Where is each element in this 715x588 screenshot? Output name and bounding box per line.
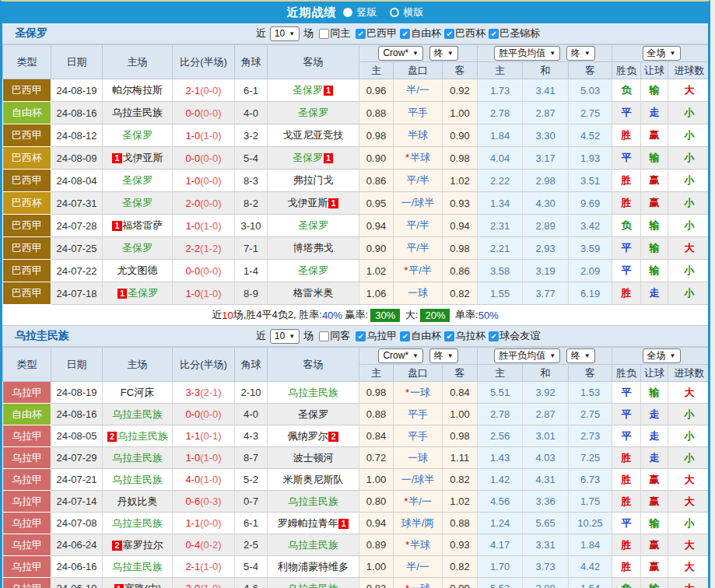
league-checkbox[interactable]: ✔	[489, 331, 499, 341]
recent-count-select[interactable]: 10▼	[270, 26, 300, 41]
away-team-cell: 佩纳罗尔2	[268, 425, 359, 447]
date-cell: 24-08-09	[51, 147, 103, 170]
league-checkbox[interactable]: ✔	[444, 29, 454, 39]
same-venue-checkbox[interactable]: ✔	[319, 331, 329, 341]
final-select-2[interactable]: 终▼	[566, 348, 595, 363]
red-card-badge: 1	[112, 153, 121, 163]
league-cell: 巴西甲	[3, 237, 51, 260]
team-title[interactable]: 圣保罗	[15, 26, 47, 40]
corner-cell: 2-10	[235, 382, 268, 404]
league-checkbox[interactable]: ✔	[489, 29, 499, 39]
home-team-cell: 1塞路(中)	[103, 578, 173, 588]
league-checkbox[interactable]: ✔	[444, 331, 454, 341]
score-cell: 1-0(0-0)	[173, 170, 235, 192]
fulltime-score: 0-0	[185, 265, 200, 277]
home-odds-cell: 0.83	[359, 578, 394, 588]
halftime-score: (1-0)	[200, 220, 221, 232]
result-wdl-cell: 胜	[612, 447, 641, 469]
final-select[interactable]: 终▼	[429, 46, 458, 61]
away-team-cell: 乌拉圭民族	[268, 578, 359, 588]
fulltime-score: 4-0	[185, 474, 200, 485]
league-checkbox-label: 球会友谊	[499, 329, 540, 343]
mean-home-cell: 1.84	[478, 124, 523, 147]
scope-select[interactable]: 全场▼	[643, 348, 681, 363]
league-checkbox[interactable]: ✔	[400, 29, 410, 39]
vertical-layout-radio[interactable]	[343, 8, 352, 17]
team-title[interactable]: 乌拉圭民族	[15, 329, 69, 343]
corner-cell: 3-10	[235, 215, 268, 237]
home-odds-cell: 1.06	[359, 282, 394, 305]
mean-home-cell: 1.43	[478, 447, 523, 469]
score-cell: 3-3(2-1)	[173, 382, 235, 404]
home-odds-cell: 0.95	[359, 192, 394, 215]
mean-select[interactable]: 胜平负均值▼	[494, 348, 560, 363]
home-odds-cell: 0.80	[359, 491, 394, 513]
handicap-cell: *半球	[394, 147, 443, 170]
handicap-line: 半/一	[406, 84, 429, 96]
result-goals-cell: 大	[668, 556, 710, 578]
home-team-cell: 尤文图德	[103, 260, 173, 282]
same-venue-checkbox[interactable]: ✔	[319, 29, 329, 39]
handicap-line: 半/一	[406, 561, 429, 572]
games-label: 场	[303, 26, 314, 40]
mean-draw-cell: 2.87	[523, 404, 569, 425]
handicap-line: 平手	[408, 107, 428, 118]
league-checkbox[interactable]: ✔	[356, 29, 366, 39]
match-row: 乌拉甲24-07-08乌拉圭民族1-1(0-0)6-1罗姆帕拉青年10.94球半…	[3, 513, 711, 534]
match-row: 乌拉甲24-07-29乌拉圭民族1-0(1-0)8-7波士顿河0.72一球1.1…	[3, 447, 711, 469]
fulltime-score: 0-0	[185, 107, 200, 119]
score-cell: 2-1(0-0)	[173, 79, 235, 102]
home-team-cell: 圣保罗	[103, 170, 173, 192]
team-name: 圣保罗	[298, 264, 328, 276]
score-cell: 0-0(0-0)	[173, 102, 235, 124]
col-type: 类型	[3, 45, 51, 79]
handicap-cell: 平/半	[394, 170, 443, 192]
league-checkbox[interactable]: ✔	[356, 331, 366, 341]
red-card-badge: 2	[328, 432, 338, 442]
team-name: 戈伊亚斯	[123, 152, 163, 163]
mean-away-cell: 5.03	[569, 79, 612, 102]
league-checkbox-label: 自由杯	[411, 26, 441, 40]
league-cell: 乌拉甲	[3, 513, 51, 534]
result-goals-cell: 大	[668, 382, 710, 404]
league-checkbox[interactable]: ✔	[400, 331, 410, 341]
mean-away-cell: 9.69	[569, 192, 612, 215]
match-row: 巴西杯24-08-091戈伊亚斯0-0(0-0)5-4圣保罗10.90*半球0.…	[3, 147, 711, 170]
company-select[interactable]: Crow*▼	[378, 348, 423, 363]
summary-text: 50%	[478, 310, 499, 321]
mean-away-cell: 1.75	[569, 491, 612, 513]
team-name: 圣保罗	[293, 152, 323, 163]
team-name: 乌拉圭民族	[112, 517, 163, 529]
horizontal-layout-radio[interactable]	[390, 8, 399, 17]
result-goals-cell: 小	[668, 282, 710, 305]
corner-cell: 5-4	[235, 147, 268, 170]
recent-count-select[interactable]: 10▼	[270, 329, 300, 344]
away-team-cell: 罗姆帕拉青年1	[268, 513, 359, 534]
result-wdl-cell: 平	[612, 513, 641, 534]
date-cell: 24-08-12	[51, 124, 103, 147]
away-team-cell: 乌拉圭民族	[268, 382, 359, 404]
league-cell: 乌拉甲	[3, 382, 51, 404]
date-cell: 24-08-19	[51, 382, 103, 404]
red-card-badge: 1	[328, 198, 338, 208]
result-wdl-cell: 负	[612, 215, 641, 237]
company-select[interactable]: Crow*▼	[378, 46, 423, 61]
section-bar-nacional: 乌拉圭民族 近 10▼ 场 ✔ 同客 ✔乌拉甲✔自由杯✔乌拉杯✔球会友谊	[2, 326, 708, 347]
team-name: 乌拉圭民族	[288, 583, 338, 588]
away-odds-cell: 0.90	[443, 124, 478, 147]
final-select[interactable]: 终▼	[429, 348, 458, 363]
red-card-badge: 1	[117, 289, 127, 299]
team-name: 罗姆帕拉青年	[277, 517, 338, 529]
scope-select[interactable]: 全场▼	[643, 46, 681, 61]
result-handicap-cell: 走	[641, 447, 668, 469]
match-row: 巴西甲24-08-04圣保罗1-0(0-0)8-3弗拉门戈0.86平/半1.02…	[3, 170, 711, 192]
mean-select[interactable]: 胜平负均值▼	[494, 46, 560, 61]
corner-cell: 6-1	[235, 79, 268, 102]
handicap-line: 平手	[408, 430, 428, 442]
chevron-down-icon: ▼	[549, 350, 556, 362]
recent-results-panel: 近期战绩 竖版 横版 圣保罗 近 10▼ 场 ✔ 同主 ✔巴西甲✔自由杯✔巴西杯…	[0, 0, 710, 588]
mean-group-header: 胜平负均值▼ 终▼	[478, 348, 612, 365]
final-select-2[interactable]: 终▼	[566, 46, 595, 61]
team-name: 圣保罗	[298, 408, 328, 420]
col-score: 比分(半场)	[173, 348, 235, 382]
